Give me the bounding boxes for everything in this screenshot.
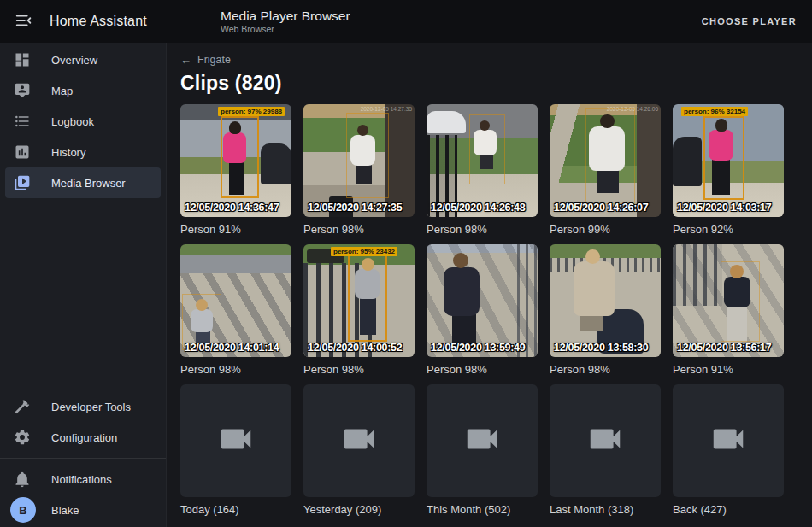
clip-card[interactable]: 12/05/2020 13:56:17 Person 91% bbox=[673, 244, 784, 376]
clip-thumbnail[interactable]: 12/05/2020 13:58:30 bbox=[550, 244, 661, 357]
detection-bounding-box bbox=[346, 113, 389, 198]
scene-prop bbox=[261, 143, 291, 184]
sidebar-item-overview[interactable]: Overview bbox=[5, 44, 161, 75]
video-camera-icon bbox=[462, 419, 502, 462]
breadcrumb-back[interactable]: ← Frigate bbox=[180, 53, 798, 67]
detection-bounding-box bbox=[348, 255, 387, 342]
clip-card[interactable]: 2020-12-05 14:26:06 12/05/2020 14:26:07 … bbox=[550, 104, 661, 236]
media-icon bbox=[14, 174, 31, 191]
clip-thumbnail[interactable]: 12/05/2020 14:26:48 bbox=[427, 104, 538, 217]
clip-thumbnail[interactable]: 12/05/2020 14:01:14 bbox=[180, 244, 291, 357]
clip-caption: Person 98% bbox=[427, 223, 538, 236]
detection-label: person: 97% 29988 bbox=[218, 107, 285, 116]
clip-thumbnail[interactable]: 12/05/2020 13:56:17 bbox=[673, 244, 784, 357]
video-camera-icon bbox=[339, 419, 379, 462]
clip-timestamp-overlay: 12/05/2020 14:36:47 bbox=[185, 202, 279, 214]
folder-thumbnail[interactable] bbox=[303, 384, 415, 497]
dashboard-icon bbox=[14, 51, 31, 68]
sidebar-item-label: Developer Tools bbox=[51, 401, 131, 413]
clip-caption: Person 98% bbox=[303, 223, 415, 236]
app-title: Home Assistant bbox=[50, 14, 147, 29]
folder-thumbnail[interactable] bbox=[180, 384, 291, 497]
detection-label: person: 95% 23432 bbox=[331, 247, 397, 256]
person-body bbox=[444, 267, 480, 316]
page-title-block: Media Player Browser Web Browser bbox=[221, 8, 350, 36]
folder-thumbnail[interactable] bbox=[427, 384, 538, 497]
sidebar-item-label: History bbox=[51, 146, 85, 159]
folder-card[interactable]: Back (427) bbox=[673, 384, 784, 516]
clip-timestamp-overlay: 12/05/2020 13:59:49 bbox=[431, 342, 525, 354]
sidebar-item-label: Overview bbox=[51, 54, 97, 67]
avatar: B bbox=[10, 497, 36, 523]
page-title: Media Player Browser bbox=[221, 8, 350, 24]
scene-prop bbox=[673, 137, 702, 186]
folder-thumbnail[interactable] bbox=[550, 384, 661, 497]
folder-card[interactable]: Yesterday (209) bbox=[303, 384, 415, 516]
clip-timestamp-overlay: 12/05/2020 14:00:52 bbox=[308, 342, 402, 354]
page-subtitle: Web Browser bbox=[221, 24, 350, 35]
folder-card[interactable]: Today (164) bbox=[180, 384, 291, 516]
clip-caption: Person 91% bbox=[673, 363, 784, 376]
content: ← Frigate Clips (820) person: 97% 29988 … bbox=[167, 43, 812, 527]
clip-card[interactable]: 2020-12-05 14:27:35 12/05/2020 14:27:35 … bbox=[303, 104, 415, 236]
sidebar-item-logbook[interactable]: Logbook bbox=[5, 106, 161, 137]
clip-card[interactable]: person: 96% 32154 12/05/2020 14:03:17 Pe… bbox=[673, 104, 784, 236]
sidebar-item-user[interactable]: B Blake bbox=[5, 495, 161, 525]
sidebar-item-map[interactable]: Map bbox=[5, 75, 161, 106]
breadcrumb-label: Frigate bbox=[197, 54, 231, 66]
detection-bounding-box bbox=[721, 261, 760, 342]
detection-label: person: 96% 32154 bbox=[681, 107, 748, 116]
header-left: Home Assistant bbox=[0, 9, 167, 33]
back-arrow-icon: ← bbox=[180, 54, 191, 67]
folder-card[interactable]: This Month (502) bbox=[427, 384, 538, 516]
logbook-icon bbox=[14, 113, 31, 130]
page-heading: Clips (820) bbox=[180, 72, 798, 95]
sidebar-toggle-button[interactable] bbox=[12, 9, 36, 33]
person-body bbox=[574, 261, 615, 316]
clip-card[interactable]: 12/05/2020 13:59:49 Person 98% bbox=[427, 244, 538, 376]
video-camera-icon bbox=[709, 419, 748, 462]
devtools-icon bbox=[14, 398, 31, 415]
sidebar-item-label: Media Browser bbox=[51, 177, 126, 190]
sidebar-item-history[interactable]: History bbox=[5, 137, 161, 167]
config-icon bbox=[14, 429, 31, 446]
folder-label: Last Month (318) bbox=[550, 503, 661, 516]
clip-card[interactable]: person: 95% 23432 12/05/2020 14:00:52 Pe… bbox=[303, 244, 415, 376]
folder-label: Back (427) bbox=[673, 503, 784, 516]
folder-card[interactable]: Last Month (318) bbox=[550, 384, 661, 516]
clip-card[interactable]: 12/05/2020 13:58:30 Person 98% bbox=[550, 244, 661, 376]
clip-card[interactable]: 12/05/2020 14:26:48 Person 98% bbox=[427, 104, 538, 236]
clip-thumbnail[interactable]: 2020-12-05 14:26:06 12/05/2020 14:26:07 bbox=[550, 104, 661, 217]
sidebar-item-label: Map bbox=[51, 85, 73, 97]
folder-label: This Month (502) bbox=[427, 503, 538, 516]
sidebar: Overview Map Logbook History Media Brows… bbox=[0, 43, 167, 527]
clip-thumbnail[interactable]: person: 97% 29988 12/05/2020 14:36:47 bbox=[180, 104, 291, 217]
scene-prop bbox=[427, 111, 466, 133]
clip-caption: Person 99% bbox=[550, 223, 661, 236]
sidebar-item-developer-tools[interactable]: Developer Tools bbox=[5, 391, 161, 422]
video-camera-icon bbox=[216, 419, 256, 462]
clip-thumbnail[interactable]: person: 95% 23432 12/05/2020 14:00:52 bbox=[303, 244, 415, 357]
clip-thumbnail[interactable]: 12/05/2020 13:59:49 bbox=[427, 244, 538, 357]
sidebar-divider bbox=[0, 458, 166, 459]
menu-icon bbox=[15, 11, 33, 32]
scene-prop bbox=[517, 244, 538, 357]
clip-card[interactable]: person: 97% 29988 12/05/2020 14:36:47 Pe… bbox=[180, 104, 291, 236]
clip-timestamp-overlay: 12/05/2020 14:27:35 bbox=[308, 202, 402, 214]
folder-thumbnail[interactable] bbox=[673, 384, 784, 497]
clips-grid: person: 97% 29988 12/05/2020 14:36:47 Pe… bbox=[180, 104, 798, 516]
clip-card[interactable]: 12/05/2020 14:01:14 Person 98% bbox=[180, 244, 291, 376]
clip-caption: Person 98% bbox=[303, 363, 415, 376]
sidebar-item-media-browser[interactable]: Media Browser bbox=[5, 167, 161, 198]
detection-bounding-box bbox=[585, 108, 635, 204]
clip-timestamp-overlay: 12/05/2020 14:26:48 bbox=[431, 202, 525, 214]
choose-player-button[interactable]: CHOOSE PLAYER bbox=[702, 16, 797, 26]
sidebar-item-notifications[interactable]: Notifications bbox=[5, 464, 161, 495]
clip-thumbnail[interactable]: person: 96% 32154 12/05/2020 14:03:17 bbox=[673, 104, 784, 217]
clip-timestamp-overlay: 12/05/2020 14:01:14 bbox=[185, 342, 279, 354]
clip-thumbnail[interactable]: 2020-12-05 14:27:35 12/05/2020 14:27:35 bbox=[303, 104, 415, 217]
clip-caption: Person 98% bbox=[550, 363, 661, 376]
person-head bbox=[585, 249, 600, 264]
sidebar-item-label: Notifications bbox=[51, 473, 112, 486]
sidebar-item-configuration[interactable]: Configuration bbox=[5, 422, 161, 453]
